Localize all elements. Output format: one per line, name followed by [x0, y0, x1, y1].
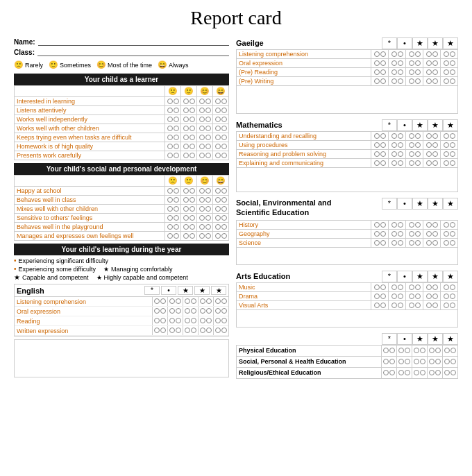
section2-table: 🙁 🙂 😊 😄 Happy at schoolBehaves well in c…: [14, 175, 229, 241]
physical-row: Physical Education: [236, 345, 458, 356]
eng-star-3: ★: [194, 286, 210, 295]
legend-label-3: Always: [169, 62, 189, 69]
g-star-4: ★: [443, 37, 458, 49]
bottom-star-headers: * • ★ ★ ★: [382, 333, 458, 345]
gaeilge-title: Gaeilge: [236, 39, 264, 47]
gaeilge-table: Listening comprehensionOral expression(P…: [236, 49, 458, 86]
list-item: Oral expression: [15, 307, 228, 316]
social-row: Social, Personal & Health Education: [236, 356, 458, 367]
arts-star-0: *: [382, 271, 397, 282]
key-section: • Experiencing significant difficulty • …: [14, 257, 229, 281]
legend-icon-0: 🙁: [14, 60, 24, 69]
gaeilge-section: Gaeilge * • ★ ★ ★ Listening comprehensio…: [236, 37, 458, 114]
gaeilge-star-headers: * • ★ ★ ★: [382, 37, 458, 49]
col-icon-0: 🙁: [165, 86, 181, 97]
arts-table: MusicDramaVisual Arts: [236, 282, 458, 310]
key-sym-0: •: [14, 257, 17, 264]
list-item: Written expression: [15, 326, 228, 336]
math-notes-box: [236, 168, 458, 192]
arts-star-4: ★: [443, 271, 458, 282]
math-table: Understanding and recallingUsing procedu…: [236, 131, 458, 168]
eng-star-2: ★: [178, 286, 193, 295]
s2-col-icon-3: 😄: [213, 176, 229, 187]
sese-notes-box: [236, 248, 458, 265]
table-row: Behaves well in class: [15, 196, 229, 205]
table-row: Drama: [237, 291, 458, 300]
table-row: Keeps trying even when tasks are difficu…: [15, 133, 229, 142]
sese-section: Social, Environmental and Scientific Edu…: [236, 198, 458, 265]
table-row: Behaves well in the playground: [15, 223, 229, 232]
key-text-4: Highly capable and competent: [102, 274, 188, 281]
english-header: English * • ★ ★ ★: [15, 284, 228, 297]
table-row: Mixes well with other children: [15, 205, 229, 214]
arts-star-3: ★: [428, 271, 443, 282]
bottom-right-section: * • ★ ★ ★ Physical Education Socia: [236, 333, 458, 379]
table-row: Science: [237, 238, 458, 247]
name-line[interactable]: [38, 37, 229, 46]
name-class-section: Name: Class:: [14, 37, 229, 56]
religious-radio-cells: [381, 368, 457, 378]
table-row: Listening comprehension: [237, 50, 458, 59]
bot-star-2: ★: [412, 333, 428, 345]
key-text-0: Experiencing significant difficulty: [19, 257, 108, 264]
math-title: Mathematics: [236, 121, 283, 129]
m-star-2: ★: [412, 119, 428, 131]
legend-icon-2: 😊: [96, 60, 106, 69]
bot-star-3: ★: [428, 333, 443, 345]
eng-star-4: ★: [211, 286, 226, 295]
table-row: (Pre) Reading: [237, 68, 458, 77]
m-star-3: ★: [428, 119, 443, 131]
table-row: Happy at school: [15, 187, 229, 196]
legend-row: 🙁 Rarely 🙂 Sometimes 😊 Most of the time …: [14, 60, 229, 69]
g-star-3: ★: [428, 37, 443, 49]
name-label: Name:: [14, 38, 35, 46]
m-star-4: ★: [443, 119, 458, 131]
sese-star-3: ★: [428, 198, 443, 210]
table-row: Interested in learning: [15, 97, 229, 106]
eng-star-0: *: [144, 286, 160, 295]
bot-star-4: ★: [443, 333, 458, 345]
bot-star-1: •: [397, 333, 412, 345]
bottom-left-notes: [14, 339, 229, 377]
english-star-headers: * • ★ ★ ★: [144, 286, 226, 295]
list-item: Reading: [15, 316, 228, 326]
arts-section: Arts Education * • ★ ★ ★ MusicDramaVisua…: [236, 271, 458, 328]
legend-label-0: Rarely: [25, 62, 43, 69]
english-title: English: [17, 287, 44, 295]
arts-notes-box: [236, 310, 458, 328]
g-star-0: *: [382, 37, 397, 49]
social-radio-cells: [381, 357, 457, 367]
english-section: English * • ★ ★ ★ Listening comprehensio…: [14, 284, 229, 337]
arts-star-2: ★: [412, 271, 428, 282]
sese-star-1: •: [397, 198, 412, 210]
table-row: Explaining and communicating: [237, 159, 458, 168]
religious-label: Religious/Ethical Education: [237, 368, 381, 378]
section1-header: Your child as a learner: [14, 74, 229, 85]
section3-header: Your child's learning during the year: [14, 244, 229, 255]
key-sym-1: •: [14, 265, 17, 273]
table-row: Reasoning and problem solving: [237, 150, 458, 159]
physical-label: Physical Education: [237, 346, 381, 356]
table-row: Works well independently: [15, 115, 229, 124]
table-row: History: [237, 220, 458, 229]
sese-star-2: ★: [412, 198, 428, 210]
table-row: Manages and expresses own feelings well: [15, 232, 229, 241]
table-row: Listens attentively: [15, 106, 229, 115]
sese-star-4: ★: [443, 198, 458, 210]
table-row: Visual Arts: [237, 300, 458, 309]
table-row: Sensitive to others' feelings: [15, 214, 229, 223]
s2-col-icon-2: 😊: [197, 176, 213, 187]
key-text-1: Experiencing some difficulty: [19, 266, 101, 273]
m-star-1: •: [397, 119, 412, 131]
class-line[interactable]: [37, 48, 229, 56]
key-text-3: Capable and competent: [22, 274, 94, 281]
table-row: Presents work carefully: [15, 151, 229, 160]
g-star-1: •: [397, 37, 412, 49]
class-label: Class:: [14, 49, 35, 56]
key-sym-4: ★: [96, 274, 102, 281]
arts-star-1: •: [397, 271, 412, 282]
key-sym-3: ★: [14, 273, 20, 281]
m-star-0: *: [382, 119, 397, 131]
arts-star-headers: * • ★ ★ ★: [382, 271, 458, 282]
col-icon-2: 😊: [197, 86, 213, 97]
